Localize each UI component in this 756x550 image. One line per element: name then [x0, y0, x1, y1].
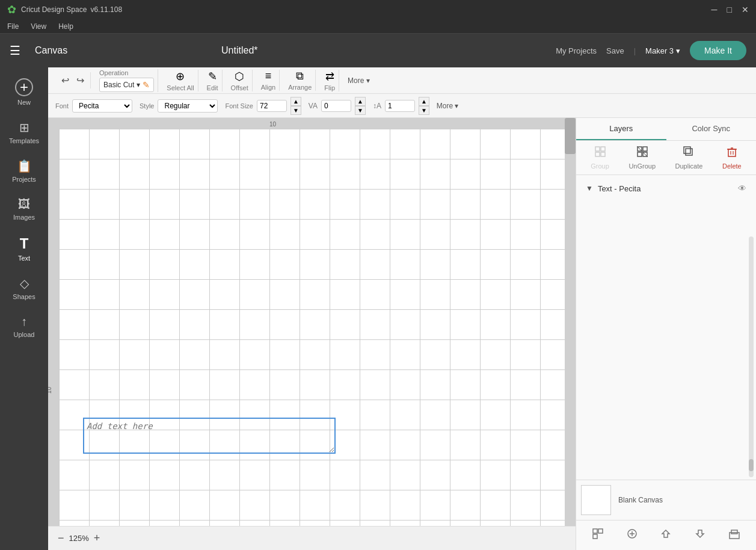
svg-rect-1	[601, 147, 605, 151]
sidebar-item-label-projects: Projects	[12, 176, 36, 183]
save-button[interactable]: Save	[606, 46, 624, 55]
text-input-box[interactable]	[83, 418, 336, 454]
header-separator: |	[634, 46, 636, 55]
layers-bottom-icon-4[interactable]	[689, 525, 711, 545]
menu-view[interactable]: View	[31, 22, 46, 31]
sidebar-item-label-new: New	[17, 99, 31, 106]
my-projects-button[interactable]: My Projects	[556, 46, 597, 55]
hamburger-menu[interactable]: ☰	[10, 43, 20, 58]
svg-rect-18	[593, 534, 597, 539]
select-all-btn[interactable]: ⊕ Select All	[167, 70, 194, 91]
machine-selector[interactable]: Maker 3 ▾	[645, 46, 680, 55]
select-all-icon: ⊕	[176, 70, 185, 83]
duplicate-button[interactable]: Duplicate	[675, 146, 703, 170]
duplicate-icon	[683, 146, 695, 161]
undo-button[interactable]: ↩	[59, 72, 72, 88]
layers-bottom-icon-2[interactable]	[621, 525, 643, 545]
canvas-thumbnail-label: Blank Canvas	[618, 496, 663, 504]
more-button[interactable]: More ▾	[348, 76, 370, 85]
sidebar-item-new[interactable]: + New	[0, 72, 48, 112]
canvas-label: Canvas	[35, 45, 67, 56]
arrange-btn[interactable]: ⧉ Arrange	[288, 70, 312, 91]
zoom-in-button[interactable]: +	[94, 532, 100, 545]
style-select[interactable]: Regular	[158, 99, 218, 113]
zoom-level: 125%	[69, 534, 89, 543]
svg-rect-6	[638, 152, 642, 156]
tab-color-sync[interactable]: Color Sync	[666, 118, 757, 140]
sidebar-item-templates[interactable]: ⊞ Templates	[0, 114, 48, 150]
duplicate-label: Duplicate	[675, 162, 703, 170]
layer-item[interactable]: ▼ Text - Pecita 👁	[581, 180, 751, 197]
tab-layers[interactable]: Layers	[576, 118, 666, 140]
title-bar: ✿ Cricut Design Space v6.11.108 ─ □ ✕	[0, 0, 756, 19]
scroll-thumb[interactable]	[565, 118, 576, 154]
layers-bottom-icon-1[interactable]	[587, 525, 609, 545]
edit-pencil-icon: ✎	[143, 80, 150, 90]
right-panel: Layers Color Sync Group	[576, 118, 756, 550]
line-space-input[interactable]	[385, 100, 415, 112]
operation-select[interactable]: Basic Cut ▾ ✎	[99, 78, 154, 92]
sidebar-item-projects[interactable]: 📋 Projects	[0, 153, 48, 189]
ungroup-label: UnGroup	[628, 162, 656, 170]
delete-button[interactable]: Delete	[722, 146, 742, 170]
group-button[interactable]: Group	[591, 146, 609, 170]
flip-btn[interactable]: ⇄ Flip	[324, 70, 335, 91]
letter-space-down[interactable]: ▼	[355, 106, 366, 115]
sidebar-item-label-templates: Templates	[9, 137, 39, 144]
redo-button[interactable]: ↪	[74, 72, 87, 88]
ungroup-button[interactable]: UnGroup	[628, 146, 656, 170]
ruler-mark-10: 10	[269, 121, 276, 128]
layers-bottom-icon-5[interactable]	[724, 525, 745, 545]
sidebar-item-label-images: Images	[13, 214, 35, 221]
arrange-icon: ⧉	[296, 70, 304, 82]
sidebar-item-images[interactable]: 🖼 Images	[0, 191, 48, 227]
line-space-up[interactable]: ▲	[419, 97, 429, 106]
minimize-button[interactable]: ─	[711, 5, 718, 14]
svg-rect-2	[595, 152, 600, 156]
edit-btn[interactable]: ✎ Edit	[207, 70, 218, 91]
sidebar-item-label-upload: Upload	[14, 331, 35, 338]
canvas-container[interactable]: 10 10 −	[48, 118, 576, 550]
text-area[interactable]	[84, 419, 334, 453]
canvas-scrollbar[interactable]	[565, 118, 576, 526]
new-icon: +	[15, 78, 33, 96]
offset-btn[interactable]: ⬡ Offset	[231, 70, 248, 91]
font-select[interactable]: Pecita	[72, 99, 132, 113]
font-size-label: Font Size	[225, 102, 253, 110]
align-icon: ≡	[265, 70, 272, 82]
maximize-button[interactable]: □	[727, 5, 732, 14]
svg-rect-0	[595, 147, 600, 151]
line-space-down[interactable]: ▼	[419, 106, 429, 115]
make-it-button[interactable]: Make It	[690, 41, 746, 60]
sidebar-item-shapes[interactable]: ◇ Shapes	[0, 270, 48, 306]
right-panel-scrollbar-thumb[interactable]	[749, 459, 754, 471]
svg-rect-5	[643, 147, 647, 151]
letter-space-up[interactable]: ▲	[355, 97, 366, 106]
letter-space-input[interactable]	[321, 100, 351, 112]
menu-help[interactable]: Help	[58, 22, 73, 31]
delete-label: Delete	[722, 162, 742, 170]
group-label: Group	[591, 162, 609, 170]
sidebar-item-text[interactable]: T Text	[0, 229, 48, 268]
svg-rect-9	[686, 149, 692, 155]
svg-rect-11	[728, 149, 736, 156]
flip-icon: ⇄	[325, 70, 334, 83]
font-more-button[interactable]: More ▾	[437, 102, 459, 110]
operation-label: Operation	[99, 69, 128, 76]
upload-icon: ↑	[21, 315, 27, 329]
menu-file[interactable]: File	[7, 22, 19, 31]
align-btn[interactable]: ≡ Align	[261, 70, 275, 91]
canvas-thumbnail: Blank Canvas	[576, 480, 756, 520]
layers-bottom-icon-3[interactable]	[655, 525, 677, 545]
svg-rect-16	[593, 529, 597, 533]
font-size-down[interactable]: ▼	[290, 106, 301, 115]
font-size-up[interactable]: ▲	[290, 97, 301, 106]
layer-visibility-icon[interactable]: 👁	[738, 184, 746, 193]
canvas-grid	[59, 129, 565, 526]
menu-bar: File View Help	[0, 19, 756, 34]
font-size-input[interactable]	[257, 100, 287, 112]
close-button[interactable]: ✕	[742, 5, 749, 14]
zoom-out-button[interactable]: −	[58, 532, 64, 545]
sidebar-item-upload[interactable]: ↑ Upload	[0, 309, 48, 344]
group-icon	[594, 146, 606, 161]
